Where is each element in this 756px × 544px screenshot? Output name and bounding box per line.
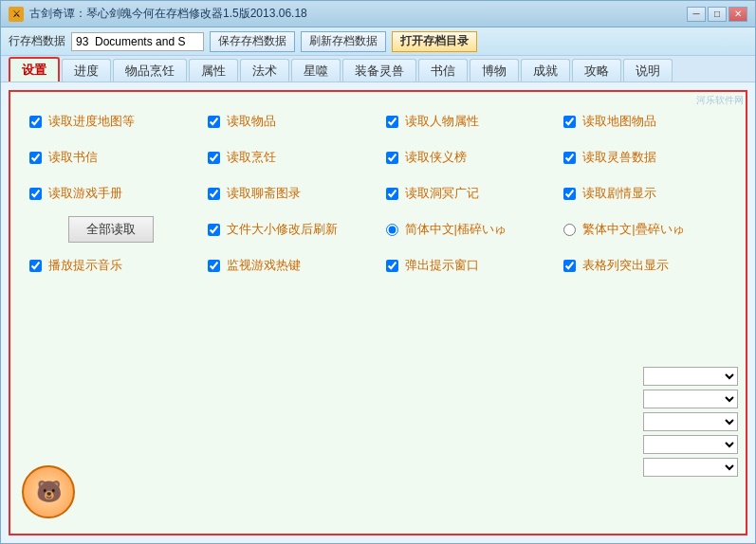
- check-popup[interactable]: 弹出提示窗口: [378, 247, 557, 283]
- check-read-chivalry[interactable]: 读取侠义榜: [378, 139, 557, 175]
- tab-equipment[interactable]: 装备灵兽: [342, 59, 416, 82]
- checkbox-read-map[interactable]: [29, 116, 42, 128]
- tab-progress[interactable]: 进度: [62, 59, 111, 82]
- check-read-beasts[interactable]: 读取灵兽数据: [556, 139, 734, 175]
- read-all-button[interactable]: 全部读取: [68, 216, 154, 243]
- main-window: ⚔ 古剑奇谭：琴心剑魄今何在存档修改器1.5版2013.06.18 ─ □ ✕ …: [0, 0, 756, 544]
- tab-attributes[interactable]: 属性: [189, 59, 238, 82]
- check-read-manual[interactable]: 读取游戏手册: [22, 175, 200, 211]
- title-bar: ⚔ 古剑奇谭：琴心剑魄今何在存档修改器1.5版2013.06.18 ─ □ ✕: [1, 1, 755, 27]
- refresh-button[interactable]: 刷新存档数据: [301, 31, 386, 52]
- check-hotkey[interactable]: 监视游戏热键: [200, 247, 378, 283]
- checkbox-read-items[interactable]: [208, 116, 220, 128]
- settings-panel: 河乐软件网 读取进度地图等 读取物品 读取人物属性 读取地图物品 读取书: [9, 90, 747, 535]
- path-input[interactable]: 93 Documents and S: [71, 32, 204, 51]
- avatar: 🐻: [22, 465, 75, 518]
- tab-help[interactable]: 说明: [623, 59, 673, 82]
- checkbox-popup[interactable]: [386, 260, 398, 272]
- read-all-container: 全部读取: [22, 211, 200, 247]
- checkbox-hotkey[interactable]: [208, 260, 220, 272]
- check-highlight[interactable]: 表格列突出显示: [556, 247, 734, 283]
- dropdown-2[interactable]: [643, 390, 738, 408]
- radio-simplified[interactable]: 简体中文|㮑碎いゅ: [378, 211, 557, 247]
- close-button[interactable]: ✕: [728, 7, 747, 22]
- watermark: 河乐软件网: [696, 94, 744, 107]
- dropdown-1[interactable]: [643, 367, 738, 386]
- checkbox-music[interactable]: [29, 260, 42, 272]
- tab-guide[interactable]: 攻略: [572, 59, 621, 82]
- window-title: 古剑奇谭：琴心剑魄今何在存档修改器1.5版2013.06.18: [29, 6, 687, 22]
- checkbox-file-refresh[interactable]: [208, 224, 220, 236]
- check-read-chatlog[interactable]: 读取聊斋图录: [200, 175, 378, 211]
- dropdown-column: [643, 367, 738, 477]
- tab-stars[interactable]: 星噬: [291, 59, 341, 82]
- tab-items[interactable]: 物品烹饪: [113, 59, 187, 82]
- checkbox-read-letters[interactable]: [29, 152, 42, 164]
- check-read-story[interactable]: 读取剧情显示: [556, 175, 734, 211]
- save-button[interactable]: 保存存档数据: [210, 31, 295, 52]
- app-icon: ⚔: [9, 7, 24, 22]
- open-dir-button[interactable]: 打开存档目录: [392, 31, 477, 52]
- check-read-dungeon[interactable]: 读取洞冥广记: [378, 175, 557, 211]
- radio-traditional[interactable]: 繁体中文|疊碎いゅ: [556, 211, 734, 247]
- dropdown-3[interactable]: [643, 412, 738, 431]
- checkbox-read-cooking[interactable]: [208, 152, 220, 164]
- avatar-area: 🐻: [22, 465, 79, 522]
- check-read-letters[interactable]: 读取书信: [22, 139, 200, 175]
- check-read-cooking[interactable]: 读取烹饪: [200, 139, 378, 175]
- dropdown-5[interactable]: [643, 458, 738, 477]
- check-music[interactable]: 播放提示音乐: [22, 247, 200, 283]
- check-read-map-items[interactable]: 读取地图物品: [556, 103, 734, 139]
- checkbox-highlight[interactable]: [563, 260, 576, 272]
- checkbox-read-beasts[interactable]: [563, 152, 576, 164]
- checkbox-read-attrs[interactable]: [386, 116, 398, 128]
- checkbox-read-chatlog[interactable]: [208, 188, 220, 200]
- tab-settings[interactable]: 设置: [9, 57, 60, 82]
- dropdown-4[interactable]: [643, 435, 738, 454]
- main-content: 河乐软件网 读取进度地图等 读取物品 读取人物属性 读取地图物品 读取书: [1, 82, 755, 543]
- tab-letters[interactable]: 书信: [418, 59, 468, 82]
- radio-traditional-input[interactable]: [563, 224, 576, 236]
- checkbox-read-chivalry[interactable]: [386, 152, 398, 164]
- checkbox-read-map-items[interactable]: [563, 116, 576, 128]
- check-read-map[interactable]: 读取进度地图等: [22, 103, 200, 139]
- checkbox-read-dungeon[interactable]: [386, 188, 398, 200]
- tab-museum[interactable]: 博物: [470, 59, 519, 82]
- check-file-refresh[interactable]: 文件大小修改后刷新: [200, 211, 378, 247]
- tabs-bar: 设置 进度 物品烹饪 属性 法术 星噬 装备灵兽 书信 博物 成就 攻略 说明: [1, 56, 755, 82]
- window-controls: ─ □ ✕: [687, 7, 747, 22]
- tab-skills[interactable]: 法术: [240, 59, 289, 82]
- check-read-attrs[interactable]: 读取人物属性: [378, 103, 557, 139]
- maximize-button[interactable]: □: [708, 7, 727, 22]
- checkbox-read-story[interactable]: [563, 188, 576, 200]
- minimize-button[interactable]: ─: [687, 7, 706, 22]
- toolbar-label: 行存档数据: [9, 33, 65, 49]
- radio-simplified-input[interactable]: [386, 224, 398, 236]
- tab-achievements[interactable]: 成就: [521, 59, 570, 82]
- toolbar: 行存档数据 93 Documents and S 保存存档数据 刷新存档数据 打…: [1, 27, 755, 56]
- checkbox-read-manual[interactable]: [29, 188, 42, 200]
- check-read-items[interactable]: 读取物品: [200, 103, 378, 139]
